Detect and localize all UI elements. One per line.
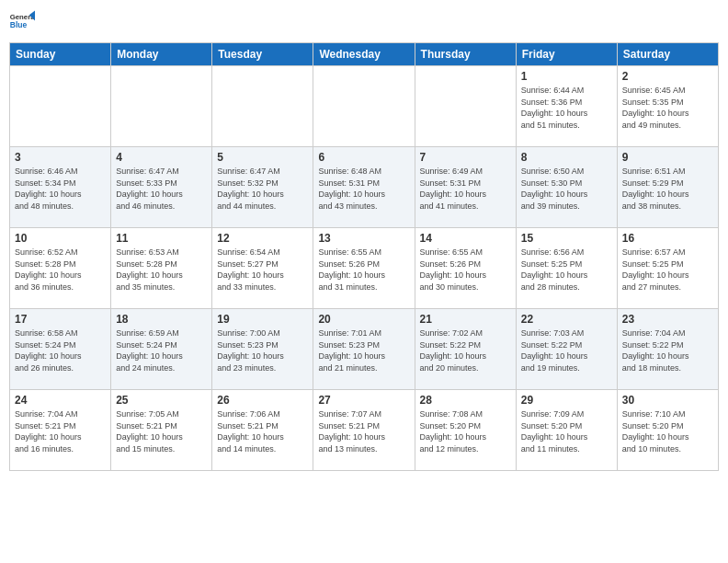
day-number: 4 <box>116 151 207 164</box>
day-number: 16 <box>622 232 713 245</box>
calendar-cell <box>415 66 516 147</box>
calendar-cell <box>10 66 111 147</box>
calendar-cell <box>111 66 212 147</box>
day-info: Sunrise: 7:02 AM Sunset: 5:22 PM Dayligh… <box>420 327 511 373</box>
calendar-cell <box>313 66 415 147</box>
day-info: Sunrise: 6:58 AM Sunset: 5:24 PM Dayligh… <box>15 327 106 373</box>
day-info: Sunrise: 6:50 AM Sunset: 5:30 PM Dayligh… <box>521 166 612 212</box>
calendar-cell: 7Sunrise: 6:49 AM Sunset: 5:31 PM Daylig… <box>415 147 516 228</box>
calendar-cell: 1Sunrise: 6:44 AM Sunset: 5:36 PM Daylig… <box>516 66 617 147</box>
weekday-header: Monday <box>111 43 212 66</box>
calendar-cell: 29Sunrise: 7:09 AM Sunset: 5:20 PM Dayli… <box>516 390 617 471</box>
day-info: Sunrise: 7:10 AM Sunset: 5:20 PM Dayligh… <box>622 408 713 454</box>
day-number: 19 <box>217 313 308 326</box>
day-info: Sunrise: 7:01 AM Sunset: 5:23 PM Dayligh… <box>318 327 409 373</box>
day-info: Sunrise: 7:08 AM Sunset: 5:20 PM Dayligh… <box>420 408 511 454</box>
day-number: 2 <box>622 70 713 83</box>
calendar-cell: 12Sunrise: 6:54 AM Sunset: 5:27 PM Dayli… <box>212 228 313 309</box>
svg-text:Blue: Blue <box>10 20 28 29</box>
day-info: Sunrise: 6:53 AM Sunset: 5:28 PM Dayligh… <box>116 247 207 293</box>
calendar-cell: 28Sunrise: 7:08 AM Sunset: 5:20 PM Dayli… <box>415 390 516 471</box>
day-number: 12 <box>217 232 308 245</box>
logo: General Blue <box>9 9 35 35</box>
day-number: 3 <box>15 151 106 164</box>
day-number: 13 <box>318 232 409 245</box>
weekday-header: Saturday <box>617 43 718 66</box>
calendar-cell: 23Sunrise: 7:04 AM Sunset: 5:22 PM Dayli… <box>617 309 718 390</box>
calendar-week-row: 3Sunrise: 6:46 AM Sunset: 5:34 PM Daylig… <box>10 147 719 228</box>
weekday-header: Thursday <box>415 43 516 66</box>
day-info: Sunrise: 6:48 AM Sunset: 5:31 PM Dayligh… <box>318 166 409 212</box>
day-number: 20 <box>318 313 409 326</box>
day-number: 24 <box>15 394 106 407</box>
day-number: 27 <box>318 394 409 407</box>
calendar-cell: 19Sunrise: 7:00 AM Sunset: 5:23 PM Dayli… <box>212 309 313 390</box>
calendar-week-row: 1Sunrise: 6:44 AM Sunset: 5:36 PM Daylig… <box>10 66 719 147</box>
calendar-cell: 2Sunrise: 6:45 AM Sunset: 5:35 PM Daylig… <box>617 66 718 147</box>
calendar-cell: 16Sunrise: 6:57 AM Sunset: 5:25 PM Dayli… <box>617 228 718 309</box>
calendar-header-row: SundayMondayTuesdayWednesdayThursdayFrid… <box>10 43 719 66</box>
calendar-week-row: 17Sunrise: 6:58 AM Sunset: 5:24 PM Dayli… <box>10 309 719 390</box>
day-number: 5 <box>217 151 308 164</box>
day-number: 11 <box>116 232 207 245</box>
calendar-cell: 14Sunrise: 6:55 AM Sunset: 5:26 PM Dayli… <box>415 228 516 309</box>
calendar-cell: 8Sunrise: 6:50 AM Sunset: 5:30 PM Daylig… <box>516 147 617 228</box>
weekday-header: Tuesday <box>212 43 313 66</box>
calendar-cell: 17Sunrise: 6:58 AM Sunset: 5:24 PM Dayli… <box>10 309 111 390</box>
day-number: 15 <box>521 232 612 245</box>
day-number: 18 <box>116 313 207 326</box>
day-info: Sunrise: 7:07 AM Sunset: 5:21 PM Dayligh… <box>318 408 409 454</box>
day-number: 26 <box>217 394 308 407</box>
day-number: 17 <box>15 313 106 326</box>
day-number: 10 <box>15 232 106 245</box>
day-info: Sunrise: 6:55 AM Sunset: 5:26 PM Dayligh… <box>318 247 409 293</box>
day-number: 1 <box>521 70 612 83</box>
weekday-header: Sunday <box>10 43 111 66</box>
calendar-cell: 27Sunrise: 7:07 AM Sunset: 5:21 PM Dayli… <box>313 390 415 471</box>
calendar-cell: 3Sunrise: 6:46 AM Sunset: 5:34 PM Daylig… <box>10 147 111 228</box>
weekday-header: Wednesday <box>313 43 415 66</box>
weekday-header: Friday <box>516 43 617 66</box>
calendar-table: SundayMondayTuesdayWednesdayThursdayFrid… <box>9 42 719 471</box>
day-info: Sunrise: 7:03 AM Sunset: 5:22 PM Dayligh… <box>521 327 612 373</box>
calendar-cell: 13Sunrise: 6:55 AM Sunset: 5:26 PM Dayli… <box>313 228 415 309</box>
day-info: Sunrise: 6:46 AM Sunset: 5:34 PM Dayligh… <box>15 166 106 212</box>
day-number: 7 <box>420 151 511 164</box>
calendar-cell: 24Sunrise: 7:04 AM Sunset: 5:21 PM Dayli… <box>10 390 111 471</box>
day-info: Sunrise: 6:56 AM Sunset: 5:25 PM Dayligh… <box>521 247 612 293</box>
calendar-cell <box>212 66 313 147</box>
logo-icon: General Blue <box>9 9 35 35</box>
day-info: Sunrise: 6:52 AM Sunset: 5:28 PM Dayligh… <box>15 247 106 293</box>
day-info: Sunrise: 6:54 AM Sunset: 5:27 PM Dayligh… <box>217 247 308 293</box>
calendar-cell: 5Sunrise: 6:47 AM Sunset: 5:32 PM Daylig… <box>212 147 313 228</box>
calendar-cell: 22Sunrise: 7:03 AM Sunset: 5:22 PM Dayli… <box>516 309 617 390</box>
day-info: Sunrise: 6:59 AM Sunset: 5:24 PM Dayligh… <box>116 327 207 373</box>
calendar-cell: 25Sunrise: 7:05 AM Sunset: 5:21 PM Dayli… <box>111 390 212 471</box>
day-number: 29 <box>521 394 612 407</box>
calendar-cell: 30Sunrise: 7:10 AM Sunset: 5:20 PM Dayli… <box>617 390 718 471</box>
day-number: 8 <box>521 151 612 164</box>
calendar-week-row: 10Sunrise: 6:52 AM Sunset: 5:28 PM Dayli… <box>10 228 719 309</box>
day-info: Sunrise: 6:47 AM Sunset: 5:32 PM Dayligh… <box>217 166 308 212</box>
day-info: Sunrise: 6:45 AM Sunset: 5:35 PM Dayligh… <box>622 85 713 131</box>
day-number: 30 <box>622 394 713 407</box>
calendar-week-row: 24Sunrise: 7:04 AM Sunset: 5:21 PM Dayli… <box>10 390 719 471</box>
day-number: 9 <box>622 151 713 164</box>
calendar-cell: 18Sunrise: 6:59 AM Sunset: 5:24 PM Dayli… <box>111 309 212 390</box>
day-info: Sunrise: 6:44 AM Sunset: 5:36 PM Dayligh… <box>521 85 612 131</box>
day-info: Sunrise: 7:00 AM Sunset: 5:23 PM Dayligh… <box>217 327 308 373</box>
calendar-cell: 26Sunrise: 7:06 AM Sunset: 5:21 PM Dayli… <box>212 390 313 471</box>
day-number: 22 <box>521 313 612 326</box>
calendar-cell: 4Sunrise: 6:47 AM Sunset: 5:33 PM Daylig… <box>111 147 212 228</box>
calendar-cell: 10Sunrise: 6:52 AM Sunset: 5:28 PM Dayli… <box>10 228 111 309</box>
page-header: General Blue <box>9 9 719 35</box>
calendar-cell: 9Sunrise: 6:51 AM Sunset: 5:29 PM Daylig… <box>617 147 718 228</box>
day-info: Sunrise: 7:04 AM Sunset: 5:22 PM Dayligh… <box>622 327 713 373</box>
day-info: Sunrise: 7:05 AM Sunset: 5:21 PM Dayligh… <box>116 408 207 454</box>
calendar-cell: 6Sunrise: 6:48 AM Sunset: 5:31 PM Daylig… <box>313 147 415 228</box>
day-number: 28 <box>420 394 511 407</box>
day-info: Sunrise: 6:49 AM Sunset: 5:31 PM Dayligh… <box>420 166 511 212</box>
day-info: Sunrise: 6:55 AM Sunset: 5:26 PM Dayligh… <box>420 247 511 293</box>
day-info: Sunrise: 6:51 AM Sunset: 5:29 PM Dayligh… <box>622 166 713 212</box>
calendar-cell: 21Sunrise: 7:02 AM Sunset: 5:22 PM Dayli… <box>415 309 516 390</box>
